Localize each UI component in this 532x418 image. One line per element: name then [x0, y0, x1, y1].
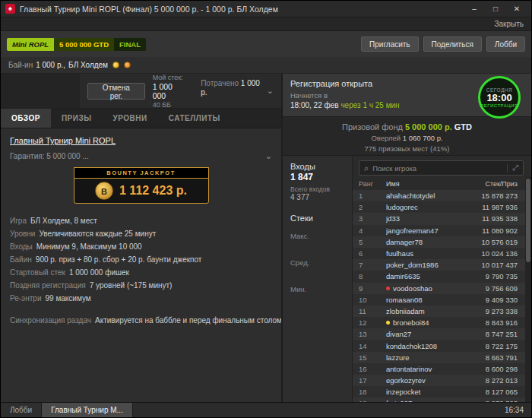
spent: Потрачено 1 000 р. — [201, 78, 267, 97]
table-preview — [1, 74, 80, 108]
entries-value: 1 847 — [290, 172, 344, 182]
overlay-label: Оверлей — [371, 134, 401, 142]
event-badge: Mini ROPL 5 000 000 GTD FINAL — [7, 38, 146, 51]
table-row[interactable]: 10romasan089 409 330 — [353, 294, 525, 306]
prize-pool-label: Призовой фонд — [342, 122, 403, 131]
tab-overview[interactable]: ОБЗОР — [1, 109, 51, 128]
chevron-down-icon[interactable]: ⌄ — [267, 86, 274, 96]
registration-info: Регистрация открыта Начнется в 18:00, 22… — [283, 74, 531, 116]
bounty-jackpot-widget: BOUNTY JACKPOT 1 112 423 р. — [74, 167, 209, 204]
detail-row: ИграБЛ Холдем, 8 мест — [10, 214, 272, 227]
table-row[interactable]: 18inzepocket8 127 065 — [353, 386, 525, 397]
guarantee-text: Гарантия: 5 000 000 ... — [10, 152, 89, 160]
clock: 16:34 — [497, 403, 531, 417]
col-rank[interactable]: Ранг — [359, 180, 386, 188]
overlay-value: 1 060 700 р. — [403, 134, 443, 142]
right-lower: Входы 1 847 Всего входов 4 377 Стеки Мак… — [283, 156, 531, 402]
table-row[interactable]: 14kondachok12088 722 175 — [353, 340, 525, 351]
table-row[interactable]: 9voodooshao9 756 609 — [353, 283, 525, 294]
right-panel: Регистрация открыта Начнется в 18:00, 22… — [283, 74, 531, 402]
table-scrollbar[interactable] — [525, 177, 531, 402]
table-row[interactable]: 16antontatarinov8 600 298 — [353, 363, 525, 375]
table-row[interactable]: 6fuulhaus10 024 136 — [353, 248, 525, 259]
stacks-label: Стеки — [290, 214, 344, 223]
table-row[interactable]: 1ahahachtotydel15 878 273 — [353, 190, 525, 201]
badge-series-name: Mini ROPL — [7, 38, 54, 51]
table-row[interactable]: 11zlobniiadam9 273 338 — [353, 306, 525, 317]
table-row[interactable]: 2ludogorec11 987 936 — [353, 201, 525, 213]
tab-satellites[interactable]: САТЕЛЛИТЫ — [158, 109, 231, 128]
chevron-down-icon[interactable]: ⌄ — [265, 151, 272, 161]
detail-row: Стартовый стек1 000 000 фишек — [10, 266, 272, 279]
prize-gtd-label: GTD — [454, 122, 472, 131]
app-icon: ♠ — [5, 4, 15, 14]
table-row[interactable]: 7poker_dom198610 017 437 — [353, 259, 525, 271]
tab-bar: ОБЗОР ПРИЗЫ УРОВНИ САТЕЛЛИТЫ — [1, 109, 281, 128]
bounty-icon — [95, 182, 113, 200]
detail-row: Поздняя регистрация7 уровней (~175 минут… — [10, 279, 272, 292]
tournament-lobby-window: ♠ Главный Турнир Mini ROPL (Финал) 5 000… — [0, 0, 532, 418]
share-button[interactable]: Поделиться — [423, 36, 482, 52]
search-icon: ⌕ — [364, 163, 369, 173]
bounty-jackpot-value: 1 112 423 р. — [119, 184, 187, 198]
player-search-bar: ⌕ ⤢ — [359, 160, 524, 176]
bottom-taskbar: Лобби Главный Турнир М... 16:34 — [1, 402, 531, 417]
coin-icon — [112, 62, 119, 68]
stack-min-label: Мин. — [290, 285, 344, 293]
registration-bar: Отмена рег. Мой стек: 1 000 000 40 ББ По… — [1, 74, 281, 109]
invite-button[interactable]: Пригласить — [361, 36, 419, 52]
starts-in-countdown: через 1 ч 25 мин — [340, 101, 399, 109]
total-entries-value: 4 377 — [290, 193, 344, 201]
ranking-table: ⌕ ⤢ Ранг Имя Стек/Приз 1ahahachtotydel15… — [353, 156, 531, 402]
taskbar-tab-lobby[interactable]: Лобби — [1, 403, 42, 417]
taskbar-tab-tournament[interactable]: Главный Турнир М... — [42, 403, 133, 417]
col-name[interactable]: Имя — [386, 180, 485, 188]
entries-label: Входы — [290, 162, 344, 171]
table-row[interactable]: 5damager7810 576 019 — [353, 236, 525, 248]
table-row[interactable]: 12broneboi848 843 916 — [353, 317, 525, 328]
buyin-value: 1 000 р., — [36, 61, 65, 69]
close-label[interactable]: Закрыть — [494, 20, 524, 28]
detail-row: Синхронизация раздачАктивируется на бабб… — [10, 314, 272, 327]
detail-row: УровниУвеличиваются каждые 25 минут — [10, 227, 272, 240]
tab-levels[interactable]: УРОВНИ — [103, 109, 158, 128]
paid-places: 775 призовых мест (41%) — [283, 144, 531, 153]
minimize-icon[interactable]: – — [464, 2, 484, 16]
window-controls: – □ ✕ — [464, 2, 527, 16]
expand-table-icon[interactable]: ⤢ — [507, 163, 518, 173]
scrollbar-thumb[interactable] — [526, 179, 530, 262]
tournament-series-link[interactable]: Главный Турнир Mini ROPL — [10, 136, 116, 145]
spent-label: Потрачено — [201, 79, 239, 87]
table-row[interactable]: 19farty0078 070 593 — [353, 397, 525, 402]
player-search-input[interactable] — [372, 164, 503, 173]
lobby-button[interactable]: Лобби — [486, 36, 525, 52]
col-stack[interactable]: Стек/Приз — [485, 180, 518, 188]
table-row[interactable]: 3jd3311 935 338 — [353, 213, 525, 224]
main-content: Отмена рег. Мой стек: 1 000 000 40 ББ По… — [1, 74, 531, 402]
table-row[interactable]: 15lazzure8 663 791 — [353, 352, 525, 363]
table-row[interactable]: 4jangofreeman4711 080 902 — [353, 225, 525, 236]
close-icon[interactable]: ✕ — [507, 2, 527, 16]
buyin-row: Бай-ин 1 000 р., БЛ Холдем — [1, 57, 531, 74]
bounty-jackpot-title: BOUNTY JACKPOT — [74, 167, 209, 178]
window-title: Главный Турнир Mini ROPL (Финал) 5 000 0… — [20, 5, 464, 14]
detail-row: Байин900 р. приз + 80 р. сбор + 20 р. ба… — [10, 253, 272, 266]
details-list: ИграБЛ Холдем, 8 местУровниУвеличиваются… — [10, 214, 272, 327]
close-bar: Закрыть — [1, 17, 531, 31]
table-row[interactable]: 13divan278 747 251 — [353, 328, 525, 340]
guarantee-row: Гарантия: 5 000 000 ... ⌄ — [10, 151, 272, 161]
badge-final: FINAL — [114, 38, 146, 51]
cancel-registration-button[interactable]: Отмена рег. — [87, 83, 145, 100]
maximize-icon[interactable]: □ — [486, 2, 505, 16]
total-entries-label: Всего входов — [290, 185, 344, 193]
table-header-row: Ранг Имя Стек/Приз — [353, 179, 531, 190]
my-stack: Мой стек: 1 000 000 40 ББ — [153, 73, 188, 109]
my-stack-value: 1 000 000 — [153, 82, 188, 100]
player-status-dot — [386, 287, 390, 290]
tab-prizes[interactable]: ПРИЗЫ — [51, 109, 103, 128]
prize-pool-section: Призовой фонд 5 000 000 р. GTD Оверлей 1… — [283, 116, 531, 156]
header: Mini ROPL 5 000 000 GTD FINAL Пригласить… — [1, 31, 531, 57]
buyin-game: БЛ Холдем — [68, 61, 108, 69]
table-row[interactable]: 8damir66359 790 735 — [353, 271, 525, 282]
table-row[interactable]: 17egorkozyrev8 272 013 — [353, 375, 525, 386]
